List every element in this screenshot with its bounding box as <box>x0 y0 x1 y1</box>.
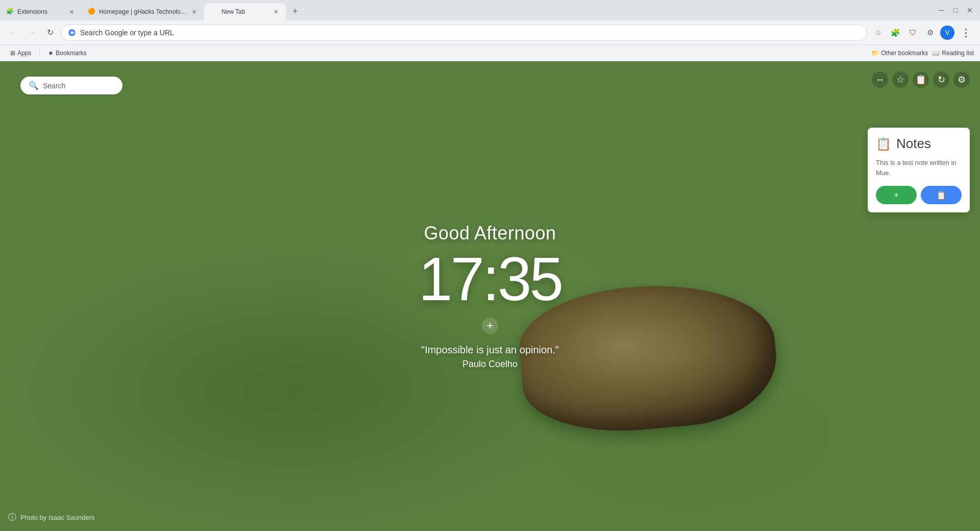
tab-close-newtab[interactable]: ✕ <box>272 8 280 16</box>
tab-close-ghacks[interactable]: ✕ <box>190 8 198 16</box>
tab-newtab[interactable]: New Tab ✕ <box>204 3 286 20</box>
tab-extensions[interactable]: 🧩 Extensions ✕ <box>0 3 82 20</box>
bookmarks-star-icon: ★ <box>48 50 54 57</box>
extension-icon[interactable]: 🧩 <box>888 26 902 40</box>
bookmarks-separator <box>39 49 40 57</box>
tab-favicon-ghacks: 🟠 <box>88 8 96 16</box>
minimize-button[interactable]: ─ <box>935 4 947 16</box>
restore-button[interactable]: □ <box>949 4 962 16</box>
address-bar-right: ☆ 🧩 🛡 ⚙ V ⋮ <box>871 26 974 40</box>
tab-bar-right: ─ □ ✕ <box>931 0 980 20</box>
ublock-icon[interactable]: 🛡 <box>905 26 920 40</box>
bookmark-button[interactable]: ☆ <box>892 71 909 88</box>
bookmarks-bar: ⊞ Apps ★ Bookmarks 📁 Other bookmarks 📖 R… <box>0 45 980 61</box>
svg-point-1 <box>70 31 73 34</box>
bookmarks-apps[interactable]: ⊞ Apps <box>6 47 35 59</box>
close-button[interactable]: ✕ <box>964 4 976 16</box>
notes-widget: 📋 Notes This is a test note written in M… <box>868 128 970 212</box>
profile-icon[interactable]: ⚙ <box>923 26 937 40</box>
clock-display: 17:35 <box>419 248 561 309</box>
tab-favicon-extensions: 🧩 <box>6 8 14 16</box>
user-avatar[interactable]: V <box>940 26 954 40</box>
notes-copy-button[interactable]: 📋 <box>921 186 962 204</box>
browser-frame: 🧩 Extensions ✕ 🟠 Homepage | gHacks Techn… <box>0 0 980 531</box>
add-widget-button[interactable]: + <box>482 318 498 334</box>
reading-list[interactable]: 📖 Reading list <box>932 50 974 57</box>
tab-title-newtab: New Tab <box>222 8 268 15</box>
reading-list-icon: 📖 <box>932 50 940 57</box>
tab-title-extensions: Extensions <box>17 8 64 15</box>
photo-credit: ⓘ Photo by Isaac Saunders <box>8 512 94 523</box>
bookmarks-right: 📁 Other bookmarks 📖 Reading list <box>871 50 974 57</box>
bookmarks-bookmarks[interactable]: ★ Bookmarks <box>44 47 90 59</box>
tab-title-ghacks: Homepage | gHacks Technolog... <box>99 8 187 15</box>
tab-bar: 🧩 Extensions ✕ 🟠 Homepage | gHacks Techn… <box>0 0 980 20</box>
google-icon <box>68 29 76 37</box>
search-icon: 🔍 <box>29 81 39 90</box>
browser-menu-button[interactable]: ⋮ <box>958 26 974 40</box>
notes-body-text: This is a test note written in Mue. <box>876 158 962 178</box>
tab-add-button[interactable]: + <box>288 4 302 18</box>
reload-button[interactable]: ↻ <box>43 26 57 40</box>
search-input[interactable]: Search <box>43 82 65 90</box>
notes-toggle-button[interactable]: 📋 <box>913 71 929 88</box>
greeting-text: Good Afternoon <box>419 223 561 244</box>
center-content: Good Afternoon 17:35 + "Impossible is ju… <box>419 223 561 370</box>
info-icon: ⓘ <box>8 512 16 523</box>
fullscreen-button[interactable]: ↔ <box>872 71 888 88</box>
settings-button[interactable]: ⚙ <box>953 71 970 88</box>
bookmarks-label: Bookmarks <box>56 50 86 57</box>
apps-icon: ⊞ <box>10 50 15 57</box>
other-bookmarks[interactable]: 📁 Other bookmarks <box>871 50 928 57</box>
quote-text: "Impossible is just an opinion." <box>419 344 561 356</box>
refresh-page-button[interactable]: ↻ <box>933 71 949 88</box>
notes-header: 📋 Notes <box>876 136 962 152</box>
notes-title: Notes <box>896 136 931 152</box>
other-bookmarks-icon: 📁 <box>871 50 879 57</box>
photo-credit-text: Photo by Isaac Saunders <box>20 514 94 521</box>
tab-ghacks[interactable]: 🟠 Homepage | gHacks Technolog... ✕ <box>82 3 204 20</box>
reading-list-label: Reading list <box>942 50 974 57</box>
page-toolbar: ↔ ☆ 📋 ↻ ⚙ <box>872 71 970 88</box>
quote-author: Paulo Coelho <box>419 359 561 370</box>
notes-add-button[interactable]: + <box>876 186 917 204</box>
forward-button[interactable]: → <box>24 26 39 40</box>
address-bar: ← → ↻ Search Google or type a URL ☆ 🧩 🛡 … <box>0 20 980 45</box>
notes-copy-icon: 📋 <box>936 190 946 200</box>
notes-actions: + 📋 <box>876 186 962 204</box>
notes-header-icon: 📋 <box>876 137 891 151</box>
url-bar[interactable]: Search Google or type a URL <box>61 25 867 41</box>
other-bookmarks-label: Other bookmarks <box>881 50 928 57</box>
notes-add-icon: + <box>894 190 898 200</box>
url-text: Search Google or type a URL <box>80 29 860 37</box>
tab-favicon-newtab <box>210 8 218 16</box>
tab-close-extensions[interactable]: ✕ <box>67 8 76 16</box>
apps-label: Apps <box>17 50 31 57</box>
tab-bar-left: 🧩 Extensions ✕ 🟠 Homepage | gHacks Techn… <box>0 0 931 20</box>
back-button[interactable]: ← <box>6 26 20 40</box>
search-bar[interactable]: 🔍 Search <box>20 77 122 94</box>
bookmark-star-icon[interactable]: ☆ <box>871 26 885 40</box>
new-tab-page: 🔍 Search ↔ ☆ 📋 ↻ ⚙ Good Afternoon 17:35 … <box>0 61 980 531</box>
